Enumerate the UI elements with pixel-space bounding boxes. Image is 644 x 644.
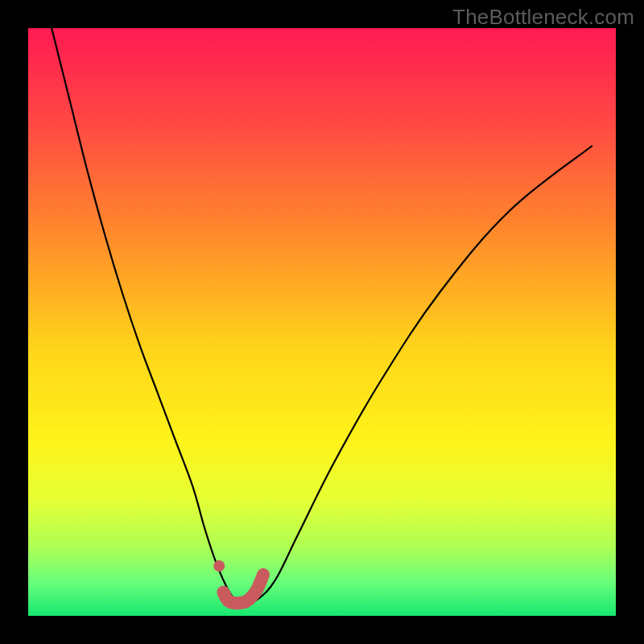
curve-layer xyxy=(28,28,616,616)
bottleneck-curve xyxy=(52,28,592,603)
accent-u-segment xyxy=(223,575,263,603)
accent-dot xyxy=(213,560,225,572)
chart-frame: TheBottleneck.com xyxy=(0,0,644,644)
watermark-text: TheBottleneck.com xyxy=(452,5,634,30)
